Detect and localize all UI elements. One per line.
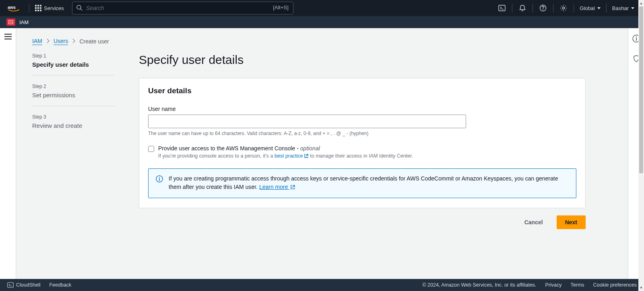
footer: CloudShell Feedback © 2024, Amazon Web S… (0, 279, 644, 291)
svg-rect-19 (636, 38, 637, 41)
wizard-steps: Step 1 Specify user details Step 2 Set p… (32, 53, 115, 229)
caret-down-icon (631, 7, 634, 9)
console-access-checkbox[interactable] (148, 146, 154, 152)
region-selector[interactable]: Global (576, 3, 605, 14)
iam-service-icon (6, 18, 15, 26)
caret-down-icon (597, 7, 601, 9)
learn-more-link[interactable]: Learn more (259, 184, 295, 190)
step-number: Step 2 (32, 84, 115, 89)
scroll-thumb[interactable] (639, 6, 643, 173)
search-input[interactable] (72, 2, 293, 14)
external-link-icon (290, 184, 295, 192)
footer-copyright: © 2024, Amazon Web Services, Inc. or its… (422, 282, 536, 288)
footer-privacy[interactable]: Privacy (545, 282, 562, 288)
scroll-up-icon[interactable]: ▲ (638, 0, 644, 6)
username-input[interactable] (148, 115, 466, 128)
footer-terms[interactable]: Terms (571, 282, 584, 288)
breadcrumb: IAM Users Create user (32, 38, 612, 45)
wizard-step-3[interactable]: Step 3 Review and create (32, 106, 115, 137)
account-menu[interactable]: Bashar (608, 3, 638, 14)
svg-point-1 (77, 5, 81, 9)
footer-feedback[interactable]: Feedback (49, 282, 71, 288)
service-name[interactable]: IAM (19, 19, 29, 25)
help-icon-button[interactable] (535, 2, 551, 14)
side-nav-toggle[interactable] (4, 34, 12, 39)
service-bar: IAM (0, 16, 644, 28)
global-nav: aws Services [Alt+S] Global Bashar (0, 0, 644, 16)
step-title: Set permissions (32, 92, 115, 98)
nav-divider (553, 4, 553, 12)
console-access-label: Provide user access to the AWS Managemen… (158, 145, 413, 152)
svg-line-12 (306, 154, 308, 156)
chevron-right-icon (72, 38, 75, 45)
grid-icon (35, 5, 41, 11)
scroll-down-icon[interactable]: ▼ (638, 285, 644, 291)
svg-rect-20 (8, 283, 13, 287)
footer-cookies[interactable]: Cookie preferences (593, 282, 637, 288)
region-label: Global (580, 5, 595, 11)
step-number: Step 1 (32, 53, 115, 59)
nav-divider (574, 4, 574, 12)
svg-text:aws: aws (8, 5, 16, 10)
external-link-icon (304, 154, 309, 160)
svg-rect-15 (159, 178, 160, 181)
info-alert: If you are creating programmatic access … (148, 168, 576, 198)
main-content: IAM Users Create user Step 1 Specify use… (16, 28, 628, 279)
notifications-icon-button[interactable] (514, 2, 531, 14)
wizard-step-1[interactable]: Step 1 Specify user details (32, 53, 115, 76)
chevron-right-icon (46, 38, 50, 45)
cloudshell-icon-button[interactable] (493, 2, 510, 14)
svg-point-14 (159, 177, 160, 178)
user-label: Bashar (612, 5, 629, 11)
best-practice-link[interactable]: best practice (275, 153, 309, 159)
side-nav-collapsed (0, 28, 16, 279)
services-label: Services (44, 5, 64, 11)
svg-rect-8 (9, 20, 13, 24)
search-icon (76, 4, 83, 12)
panel-title: User details (148, 86, 576, 95)
username-help: The user name can have up to 64 characte… (148, 131, 576, 136)
aws-logo[interactable]: aws (6, 4, 22, 12)
svg-point-9 (10, 22, 10, 23)
svg-point-18 (636, 37, 636, 37)
svg-line-16 (293, 185, 295, 187)
step-title: Review and create (32, 122, 115, 129)
breadcrumb-users[interactable]: Users (54, 38, 68, 45)
info-text: If you are creating programmatic access … (169, 174, 569, 192)
next-button[interactable]: Next (557, 215, 586, 229)
services-menu[interactable]: Services (31, 2, 68, 14)
breadcrumb-current: Create user (79, 38, 109, 45)
console-access-help: If you're providing console access to a … (158, 153, 413, 160)
wizard-step-2[interactable]: Step 2 Set permissions (32, 76, 115, 106)
svg-point-7 (563, 7, 565, 9)
step-number: Step 3 (32, 114, 115, 120)
user-details-panel: User details User name The user name can… (139, 78, 586, 208)
cancel-button[interactable]: Cancel (516, 215, 551, 229)
svg-line-2 (80, 9, 82, 10)
wizard-actions: Cancel Next (139, 215, 586, 229)
info-icon (156, 175, 163, 192)
breadcrumb-iam[interactable]: IAM (32, 38, 42, 45)
settings-icon-button[interactable] (555, 2, 572, 14)
footer-cloudshell-label: CloudShell (16, 282, 40, 288)
page-scrollbar[interactable]: ▲ ▼ (638, 0, 644, 291)
nav-divider (29, 4, 29, 12)
search-shortcut: [Alt+S] (273, 4, 289, 10)
svg-point-6 (543, 9, 543, 10)
nav-divider (533, 4, 533, 12)
nav-divider (512, 4, 512, 12)
page-title: Specify user details (139, 53, 586, 67)
username-label: User name (148, 106, 576, 112)
search-wrapper: [Alt+S] (72, 2, 293, 14)
footer-cloudshell[interactable]: CloudShell (7, 282, 40, 288)
step-title: Specify user details (32, 61, 115, 68)
nav-divider (606, 4, 607, 12)
svg-rect-3 (499, 5, 505, 11)
